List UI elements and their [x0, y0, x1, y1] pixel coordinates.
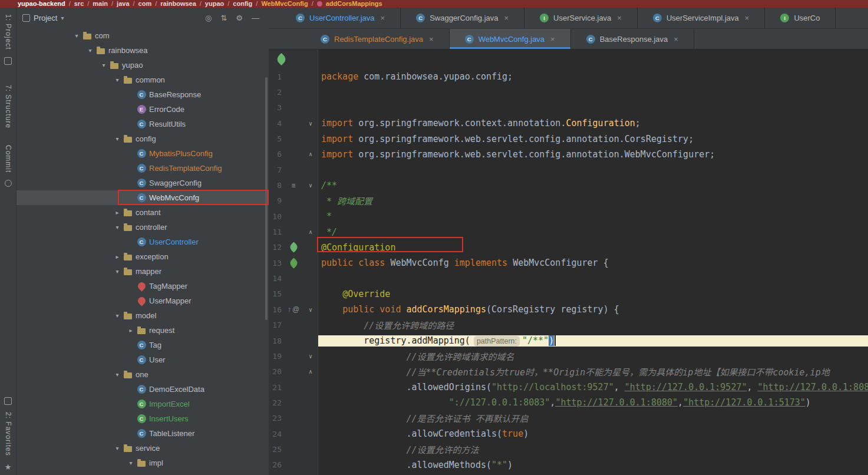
tree-item-UserController[interactable]: CUserController	[16, 235, 269, 249]
favorites-star-icon[interactable]: ★	[5, 463, 12, 471]
line-number[interactable]: 21	[269, 383, 284, 392]
editor-body[interactable]: 1package com.rainbowsea.yupao.config;234…	[269, 50, 868, 475]
breadcrumb-segment[interactable]: config	[233, 0, 252, 8]
tree-item-ErrorCode[interactable]: EErrorCode	[16, 102, 269, 117]
line-number[interactable]: 5	[269, 134, 284, 143]
tree-expand-arrow-icon[interactable]: ▸	[113, 209, 122, 216]
breadcrumb-segment[interactable]: java	[117, 0, 129, 8]
code-text[interactable]: public void addCorsMappings(CorsRegistry…	[318, 304, 868, 315]
tree-collapse-arrow-icon[interactable]: ▾	[113, 371, 122, 378]
fold-marker-icon[interactable]: ∧	[303, 368, 318, 375]
tree-item-com[interactable]: ▾com	[16, 28, 269, 43]
code-text[interactable]: .allowedMethods("*")	[318, 460, 868, 470]
overriding-method-icon[interactable]: ↑	[288, 305, 291, 314]
spring-bean-icon[interactable]	[288, 242, 299, 253]
tree-item-impl[interactable]: ▾impl	[16, 456, 269, 470]
line-number[interactable]: 19	[269, 352, 284, 361]
code-text[interactable]: import org.springframework.web.servlet.c…	[318, 149, 868, 160]
code-text[interactable]: public class WebMvcConfg implements WebM…	[318, 258, 868, 268]
tab-UserService.java[interactable]: IUserService.java×	[524, 8, 638, 28]
line-number[interactable]: 2	[269, 88, 284, 97]
tree-collapse-arrow-icon[interactable]: ▾	[113, 77, 122, 83]
code-text[interactable]: package com.rainbowsea.yupao.config;	[318, 71, 868, 82]
line-number[interactable]: 7	[269, 166, 284, 174]
related-symbols-icon[interactable]: ≡	[291, 182, 295, 190]
tree-item-model[interactable]: ▾model	[16, 308, 269, 323]
line-number[interactable]: 4	[269, 119, 284, 128]
tree-item-config[interactable]: ▾config	[16, 131, 269, 146]
tree-item-service[interactable]: ▾service	[16, 441, 269, 456]
tree-item-UserMapper[interactable]: UserMapper	[16, 293, 269, 308]
tree-item-SwaggerConfig[interactable]: CSwaggerConfig	[16, 176, 269, 190]
code-text[interactable]: * 跨域配置	[318, 194, 868, 207]
tree-collapse-arrow-icon[interactable]: ▾	[85, 47, 95, 54]
fold-marker-icon[interactable]: ∨	[303, 353, 318, 359]
tab-UserServiceImpl.java[interactable]: CUserServiceImpl.java×	[638, 8, 765, 28]
close-tab-icon[interactable]: ×	[550, 35, 555, 44]
tree-item-mapper[interactable]: ▾mapper	[16, 264, 269, 279]
tab-RedisTemplateConfig.java[interactable]: CRedisTemplateConfig.java×	[305, 29, 450, 49]
bottom-tool-icon[interactable]	[4, 397, 12, 405]
tool-button-project[interactable]: 1: Project	[4, 14, 12, 50]
tree-item-InsertUsers[interactable]: CInsertUsers	[16, 411, 269, 426]
tree-item-common[interactable]: ▾common	[16, 72, 269, 87]
tree-expand-arrow-icon[interactable]: ▸	[126, 327, 136, 334]
line-number[interactable]: 13	[269, 259, 284, 268]
tree-scrollbar[interactable]	[265, 77, 268, 320]
line-number[interactable]: 15	[269, 289, 284, 298]
tree-item-BaseResponse[interactable]: CBaseResponse	[16, 87, 269, 102]
line-number[interactable]: 24	[269, 430, 284, 438]
settings-gear-icon[interactable]: ⚙	[236, 14, 243, 22]
code-text[interactable]: /**	[318, 180, 868, 191]
project-panel-title[interactable]: Project	[34, 14, 57, 22]
tree-item-WebMvcConfg[interactable]: CWebMvcConfg	[16, 190, 269, 205]
line-number[interactable]: 25	[269, 445, 284, 454]
tab-WebMvcConfg.java[interactable]: CWebMvcConfg.java×	[450, 29, 571, 49]
line-number[interactable]: 10	[269, 212, 284, 221]
code-area[interactable]: 1package com.rainbowsea.yupao.config;234…	[269, 69, 868, 475]
tree-item-DemoExcelData[interactable]: CDemoExcelData	[16, 382, 269, 397]
close-tab-icon[interactable]: ×	[381, 14, 385, 22]
tree-item-MybatisPlusConfig[interactable]: CMybatisPlusConfig	[16, 146, 269, 161]
close-tab-icon[interactable]: ×	[429, 35, 434, 44]
line-number[interactable]: 6	[269, 150, 284, 159]
code-text[interactable]: .allowCredentials(true)	[318, 428, 868, 439]
tree-collapse-arrow-icon[interactable]: ▾	[113, 224, 122, 230]
line-number[interactable]: 18	[269, 337, 284, 345]
tree-item-rainbowsea[interactable]: ▾rainbowsea	[16, 43, 269, 58]
tree-item-Tag[interactable]: CTag	[16, 338, 269, 352]
code-text[interactable]: //设置允许的方法	[318, 443, 868, 456]
breadcrumb-segment[interactable]: addCorsMappings	[326, 0, 382, 8]
tree-collapse-arrow-icon[interactable]: ▾	[113, 136, 122, 142]
tree-collapse-arrow-icon[interactable]: ▾	[113, 445, 122, 451]
code-text[interactable]: */	[318, 227, 868, 237]
commit-tool-icon[interactable]	[5, 180, 12, 187]
tree-item-exception[interactable]: ▸exception	[16, 249, 269, 264]
tree-item-RedisTemplateConfig[interactable]: CRedisTemplateConfig	[16, 161, 269, 176]
tree-item-ResultUtils[interactable]: CResultUtils	[16, 117, 269, 131]
code-text[interactable]: //是否允许证书 不再默认开启	[318, 412, 868, 424]
tool-button-favorites[interactable]: 2: Favorites	[4, 412, 12, 456]
close-tab-icon[interactable]: ×	[745, 14, 750, 22]
tool-button-commit[interactable]: Commit	[4, 145, 12, 173]
breadcrumb-segment[interactable]: main	[93, 0, 108, 8]
tree-item-TagMapper[interactable]: TagMapper	[16, 279, 269, 293]
tree-item-yupao[interactable]: ▾yupao	[16, 58, 269, 72]
line-number[interactable]: 1	[269, 72, 284, 81]
line-number[interactable]: 14	[269, 274, 284, 283]
tree-collapse-arrow-icon[interactable]: ▾	[99, 62, 108, 68]
breadcrumb-segment[interactable]: yupao	[205, 0, 224, 8]
line-number[interactable]: 20	[269, 367, 284, 376]
spring-bean-icon[interactable]	[288, 258, 299, 268]
close-tab-icon[interactable]: ×	[504, 14, 509, 22]
tree-collapse-arrow-icon[interactable]: ▾	[113, 312, 122, 319]
line-number[interactable]: 23	[269, 414, 284, 423]
breadcrumb-segment[interactable]: src	[74, 0, 84, 8]
hide-panel-icon[interactable]: —	[252, 14, 259, 22]
collapse-all-icon[interactable]: ⇅	[220, 14, 227, 22]
project-tool-icon[interactable]	[4, 57, 12, 65]
code-text[interactable]: //设置允许跨域请求的域名	[318, 350, 868, 362]
code-text[interactable]: //当**Credentials为true时，**Origin不能为星号，需为具…	[318, 365, 868, 378]
tree-collapse-arrow-icon[interactable]: ▾	[72, 32, 81, 39]
fold-marker-icon[interactable]: ∧	[303, 151, 318, 157]
